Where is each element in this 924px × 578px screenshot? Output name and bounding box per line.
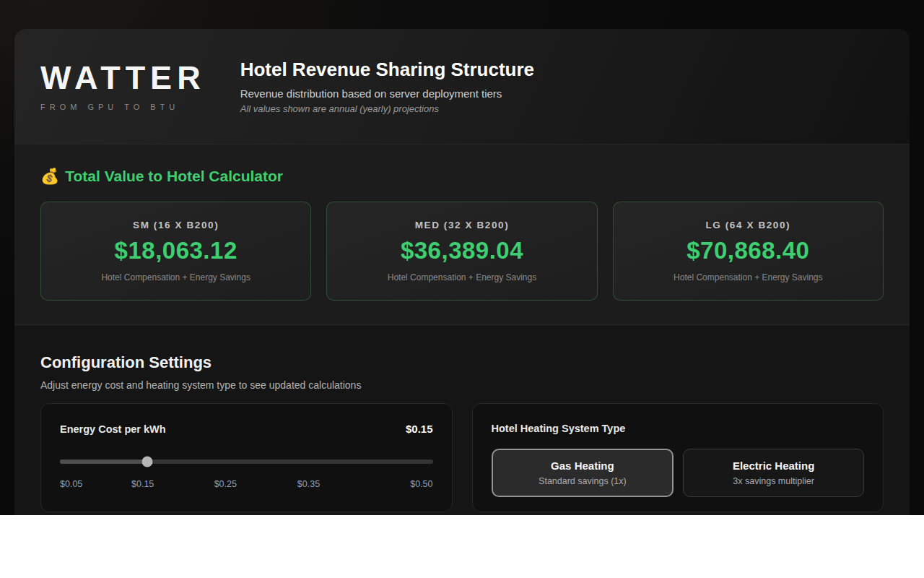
tier-card-row: SM (16 X B200) $18,063.12 Hotel Compensa… xyxy=(40,202,884,301)
heating-system-card: Hotel Heating System Type Gas Heating St… xyxy=(472,403,884,512)
gas-heating-button[interactable]: Gas Heating Standard savings (1x) xyxy=(492,449,674,497)
energy-cost-value: $0.15 xyxy=(406,423,433,435)
heating-system-label: Hotel Heating System Type xyxy=(492,423,865,434)
tick-label: $0.15 xyxy=(131,479,154,489)
calculator-heading: 💰 Total Value to Hotel Calculator xyxy=(40,168,884,185)
tier-value: $18,063.12 xyxy=(115,237,237,264)
slider-tick-labels: $0.05 $0.15 $0.25 $0.35 $0.50 xyxy=(60,479,433,490)
page-subtitle: Revenue distribution based on server dep… xyxy=(240,87,534,100)
tier-label: SM (16 X B200) xyxy=(133,220,219,230)
calculator-section: 💰 Total Value to Hotel Calculator SM (16… xyxy=(14,144,910,325)
page-note: All values shown are annual (yearly) pro… xyxy=(240,103,534,114)
electric-heating-button[interactable]: Electric Heating 3x savings multiplier xyxy=(683,449,864,497)
electric-heating-caption: 3x savings multiplier xyxy=(733,476,814,486)
gas-heating-caption: Standard savings (1x) xyxy=(539,476,627,486)
gas-heating-title: Gas Heating xyxy=(551,460,614,472)
configuration-section: Configuration Settings Adjust energy cos… xyxy=(14,325,910,512)
configuration-cards-row: Energy Cost per kWh $0.15 $0.05 $0.15 $0… xyxy=(40,403,884,512)
tier-label: LG (64 X B200) xyxy=(705,220,790,230)
slider-thumb[interactable] xyxy=(142,456,153,467)
tick-label: $0.05 xyxy=(60,479,82,489)
logo-tagline: FROM GPU TO BTU xyxy=(40,103,206,111)
configuration-subheading: Adjust energy cost and heating system ty… xyxy=(40,379,884,392)
tier-caption: Hotel Compensation + Energy Savings xyxy=(674,272,822,282)
tier-caption: Hotel Compensation + Energy Savings xyxy=(388,272,536,282)
energy-cost-slider[interactable] xyxy=(60,456,433,467)
tick-label: $0.25 xyxy=(214,479,237,489)
page-title: Hotel Revenue Sharing Structure xyxy=(240,59,534,81)
tick-label: $0.50 xyxy=(410,479,432,489)
energy-cost-label: Energy Cost per kWh xyxy=(60,423,166,435)
heating-options: Gas Heating Standard savings (1x) Electr… xyxy=(492,449,865,497)
tick-label: $0.35 xyxy=(297,479,320,489)
title-block: Hotel Revenue Sharing Structure Revenue … xyxy=(240,59,534,114)
tier-value: $36,389.04 xyxy=(401,237,523,264)
header: WATTER FROM GPU TO BTU Hotel Revenue Sha… xyxy=(14,29,910,144)
configuration-heading: Configuration Settings xyxy=(40,353,884,373)
calculator-heading-text: Total Value to Hotel Calculator xyxy=(65,168,283,185)
electric-heating-title: Electric Heating xyxy=(733,460,814,472)
tier-value: $70,868.40 xyxy=(687,237,809,264)
tier-caption: Hotel Compensation + Energy Savings xyxy=(101,272,250,282)
main-panel: WATTER FROM GPU TO BTU Hotel Revenue Sha… xyxy=(14,29,910,515)
logo-wordmark: WATTER xyxy=(40,61,206,94)
tier-card-lg: LG (64 X B200) $70,868.40 Hotel Compensa… xyxy=(613,202,884,301)
brand-logo: WATTER FROM GPU TO BTU xyxy=(40,61,206,111)
tier-card-sm: SM (16 X B200) $18,063.12 Hotel Compensa… xyxy=(40,202,311,301)
page-background: WATTER FROM GPU TO BTU Hotel Revenue Sha… xyxy=(0,0,924,515)
energy-cost-card: Energy Cost per kWh $0.15 $0.05 $0.15 $0… xyxy=(40,403,453,512)
energy-cost-header: Energy Cost per kWh $0.15 xyxy=(60,423,433,435)
tier-card-med: MED (32 X B200) $36,389.04 Hotel Compens… xyxy=(326,202,597,301)
slider-fill xyxy=(60,460,147,464)
tier-label: MED (32 X B200) xyxy=(415,220,510,230)
money-bag-icon: 💰 xyxy=(40,168,59,185)
